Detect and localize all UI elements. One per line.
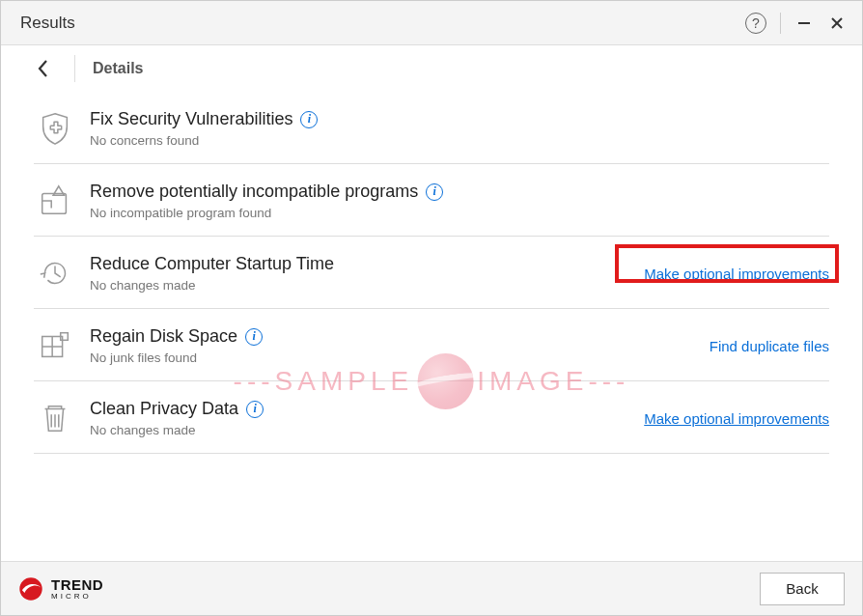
clock-back-icon xyxy=(34,252,76,294)
footer: TREND MICRO Back xyxy=(1,561,862,615)
window-title: Results xyxy=(20,14,745,33)
info-icon[interactable]: i xyxy=(246,401,264,418)
separator xyxy=(780,13,781,34)
row-title: Remove potentially incompatible programs xyxy=(90,182,418,202)
row-title: Clean Privacy Data xyxy=(90,399,238,419)
back-arrow-button[interactable] xyxy=(26,51,61,86)
brand-sub: MICRO xyxy=(51,593,103,601)
info-icon[interactable]: i xyxy=(245,328,263,346)
row-startup-time: Reduce Computer Startup Time No changes … xyxy=(34,237,829,309)
row-subtitle: No changes made xyxy=(90,278,632,293)
help-icon[interactable]: ? xyxy=(745,13,766,34)
row-subtitle: No concerns found xyxy=(90,133,829,148)
program-warning-icon xyxy=(34,180,76,222)
svg-point-6 xyxy=(19,577,42,600)
row-subtitle: No changes made xyxy=(90,423,632,437)
trend-logo-icon xyxy=(18,576,43,602)
window-controls: ? xyxy=(745,13,847,34)
row-disk-space: Regain Disk Space i No junk files found … xyxy=(34,309,829,381)
minimize-icon[interactable] xyxy=(794,14,814,33)
trash-icon xyxy=(34,397,76,439)
svg-rect-3 xyxy=(42,193,67,213)
row-title: Regain Disk Space xyxy=(90,326,237,347)
brand-logo: TREND MICRO xyxy=(18,576,103,602)
subheader: Details xyxy=(1,45,862,92)
close-icon[interactable] xyxy=(827,14,847,33)
make-improvements-link[interactable]: Make optional improvements xyxy=(632,266,829,282)
row-subtitle: No junk files found xyxy=(90,350,698,365)
info-icon[interactable]: i xyxy=(300,111,318,128)
find-duplicates-link[interactable]: Find duplicate files xyxy=(698,338,829,354)
row-remove-incompatible: Remove potentially incompatible programs… xyxy=(34,164,829,237)
info-icon[interactable]: i xyxy=(426,183,443,201)
row-title: Reduce Computer Startup Time xyxy=(90,254,334,274)
row-title: Fix Security Vulnerabilities xyxy=(90,109,292,129)
separator xyxy=(74,55,75,82)
row-subtitle: No incompatible program found xyxy=(90,206,829,220)
shield-icon xyxy=(34,107,76,150)
titlebar: Results ? xyxy=(1,1,862,45)
breadcrumb: Details xyxy=(93,60,143,77)
row-fix-security: Fix Security Vulnerabilities i No concer… xyxy=(34,92,829,164)
row-privacy-data: Clean Privacy Data i No changes made Mak… xyxy=(34,381,829,454)
back-button[interactable]: Back xyxy=(760,573,845,605)
disk-grid-icon xyxy=(34,324,76,367)
make-improvements-link[interactable]: Make optional improvements xyxy=(632,410,829,427)
results-list: Fix Security Vulnerabilities i No concer… xyxy=(1,92,862,454)
brand-name: TREND xyxy=(51,577,103,592)
